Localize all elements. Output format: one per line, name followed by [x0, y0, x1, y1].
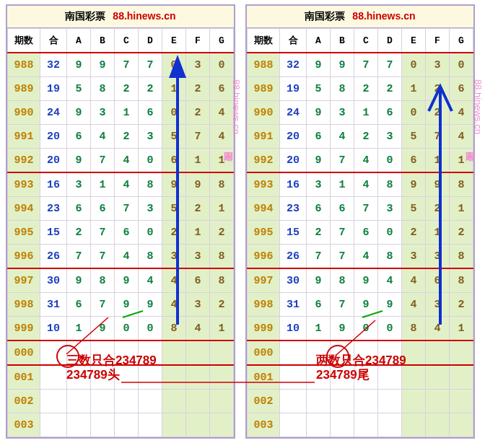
cell-g: 1	[210, 197, 234, 221]
cell-a: 5	[67, 77, 91, 101]
cell-c: 7	[354, 53, 378, 77]
cell-issue: 003	[248, 413, 280, 437]
cell-f: 6	[186, 268, 210, 293]
cell-d: 6	[378, 101, 402, 125]
cell-a: 9	[307, 53, 331, 77]
cell-f: 2	[186, 77, 210, 101]
cell-he: 23	[40, 197, 67, 221]
col-header: B	[91, 29, 115, 53]
cell-b: 8	[331, 268, 354, 293]
cell-issue: 989	[248, 77, 280, 101]
cell-d: 0	[378, 317, 402, 341]
cell-f	[186, 413, 210, 437]
cell-g	[450, 413, 473, 437]
cell-a: 9	[67, 268, 91, 293]
cell-issue: 000	[8, 341, 40, 365]
cell-he: 16	[40, 172, 67, 197]
cell-g: 2	[450, 221, 473, 245]
cell-he	[280, 413, 307, 437]
cell-issue: 001	[248, 365, 280, 390]
anno-text: 两数只合234789	[316, 353, 406, 368]
cell-issue: 990	[8, 101, 40, 125]
cell-e: 2	[402, 221, 426, 245]
cell-he: 20	[280, 125, 307, 149]
cell-e	[402, 413, 426, 437]
cell-a: 7	[67, 245, 91, 269]
cell-c: 4	[354, 172, 378, 197]
cell-issue: 002	[8, 390, 40, 413]
cell-e: 5	[162, 197, 186, 221]
cell-f: 7	[186, 125, 210, 149]
cell-issue: 001	[8, 365, 40, 390]
cell-he: 26	[280, 245, 307, 269]
cell-g: 2	[450, 293, 473, 317]
cell-f: 3	[186, 293, 210, 317]
cell-issue: 999	[8, 317, 40, 341]
cell-he: 31	[280, 293, 307, 317]
cell-e: 5	[402, 125, 426, 149]
cell-c: 4	[115, 149, 139, 173]
cell-he: 19	[280, 77, 307, 101]
cell-issue: 992	[8, 149, 40, 173]
cell-issue: 997	[8, 268, 40, 293]
cell-a: 7	[307, 245, 331, 269]
cell-g: 4	[210, 101, 234, 125]
cell-e: 4	[162, 293, 186, 317]
cell-d: 7	[378, 53, 402, 77]
cell-d	[139, 390, 162, 413]
cell-f: 3	[426, 293, 450, 317]
cell-he: 20	[40, 125, 67, 149]
cell-he: 16	[280, 172, 307, 197]
cell-issue: 995	[8, 221, 40, 245]
cell-f: 9	[426, 172, 450, 197]
anno-text: 234789尾	[316, 368, 406, 382]
site-url: 88.hinews.cn	[113, 10, 175, 22]
cell-g: 2	[210, 221, 234, 245]
anno-text: 三数只合234789	[66, 353, 157, 368]
cell-he: 30	[40, 268, 67, 293]
cell-g	[210, 341, 234, 365]
cell-issue: 999	[248, 317, 280, 341]
cell-b: 3	[331, 101, 354, 125]
anno-left: 三数只合234789 234789头	[66, 353, 157, 383]
cell-issue: 003	[8, 413, 40, 437]
cell-issue: 000	[248, 341, 280, 365]
cell-c	[115, 390, 139, 413]
cell-he: 23	[280, 197, 307, 221]
cell-b	[91, 413, 115, 437]
cell-g: 1	[450, 317, 473, 341]
cell-e: 5	[402, 197, 426, 221]
cell-d: 0	[139, 317, 162, 341]
cell-d: 7	[139, 53, 162, 77]
cell-b: 1	[91, 172, 115, 197]
cell-a: 9	[307, 268, 331, 293]
cell-g	[450, 365, 473, 390]
cell-g: 0	[450, 53, 473, 77]
cell-f: 7	[426, 125, 450, 149]
cell-f: 2	[426, 197, 450, 221]
cell-c: 0	[354, 317, 378, 341]
cell-a: 1	[67, 317, 91, 341]
cell-f: 2	[426, 77, 450, 101]
cell-he: 32	[40, 53, 67, 77]
cell-c: 4	[354, 149, 378, 173]
col-header: C	[354, 29, 378, 53]
cell-e: 9	[402, 172, 426, 197]
cell-g: 6	[210, 77, 234, 101]
cell-e: 8	[162, 317, 186, 341]
cell-b: 7	[331, 221, 354, 245]
cell-g: 1	[450, 197, 473, 221]
cell-d	[378, 390, 402, 413]
cell-f	[426, 341, 450, 365]
cell-c: 9	[115, 293, 139, 317]
cell-e: 0	[402, 101, 426, 125]
cell-c: 4	[354, 245, 378, 269]
cell-b	[331, 390, 354, 413]
cell-g: 8	[450, 245, 473, 269]
cell-b: 3	[91, 101, 115, 125]
cell-d: 8	[378, 172, 402, 197]
cell-he: 24	[40, 101, 67, 125]
cell-f: 9	[186, 172, 210, 197]
cell-issue: 994	[248, 197, 280, 221]
cell-g: 4	[450, 101, 473, 125]
